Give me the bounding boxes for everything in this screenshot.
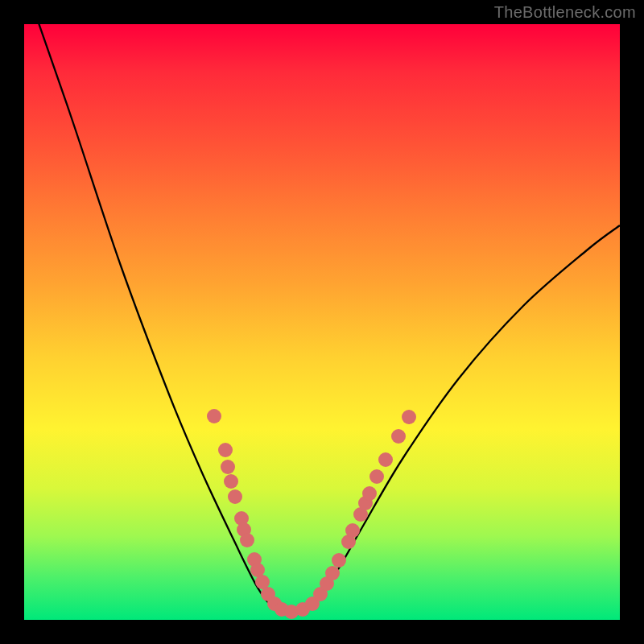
data-dot bbox=[218, 443, 233, 457]
data-dot bbox=[228, 489, 242, 504]
data-dot bbox=[207, 409, 221, 423]
data-dot bbox=[391, 429, 406, 444]
data-dot bbox=[313, 587, 328, 601]
bottleneck-curve bbox=[36, 24, 620, 612]
watermark-text: TheBottleneck.com bbox=[494, 3, 636, 22]
data-dot bbox=[261, 587, 275, 601]
curve-layer bbox=[24, 24, 620, 620]
data-dot bbox=[362, 486, 377, 501]
data-dots bbox=[207, 409, 416, 619]
data-dot bbox=[275, 602, 289, 617]
data-dot bbox=[267, 597, 282, 611]
plot-area bbox=[24, 24, 620, 620]
data-dot bbox=[345, 523, 360, 538]
data-dot bbox=[284, 605, 299, 619]
data-dot bbox=[341, 535, 356, 549]
data-dot bbox=[221, 460, 235, 474]
data-dot bbox=[237, 522, 251, 537]
data-dot bbox=[320, 576, 334, 591]
data-dot bbox=[369, 469, 384, 484]
data-dot bbox=[240, 533, 254, 547]
data-dot bbox=[255, 575, 270, 589]
data-dot bbox=[305, 597, 320, 611]
data-dot bbox=[332, 553, 346, 568]
data-dot bbox=[234, 511, 249, 526]
chart-frame: TheBottleneck.com bbox=[0, 0, 644, 644]
data-dot bbox=[224, 474, 238, 489]
data-dot bbox=[250, 563, 265, 577]
data-dot bbox=[325, 566, 340, 580]
data-dot bbox=[247, 552, 262, 567]
data-dot bbox=[295, 602, 310, 617]
data-dot bbox=[378, 452, 393, 467]
data-dot bbox=[353, 507, 368, 522]
data-dot bbox=[358, 496, 373, 510]
data-dot bbox=[402, 410, 416, 424]
